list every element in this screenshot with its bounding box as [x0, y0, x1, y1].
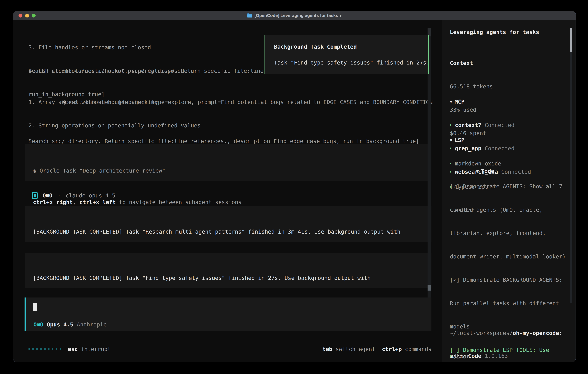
todo-item-done: curated agents (OmO, oracle,	[450, 206, 572, 214]
todo-item-done: [✓] Demonstrate AGENTS: Show all 7	[450, 183, 572, 190]
traffic-lights	[19, 14, 36, 18]
minimize-button[interactable]	[25, 14, 29, 18]
chevron-down-icon: ▼	[450, 138, 452, 143]
workspace-name: oh-my-opencode:	[513, 330, 562, 336]
chat-line: Search src/tools/, src/hooks/, src/featu…	[29, 67, 263, 75]
titlebar: [OpenCode] Leveraging agents for tasks ◐	[13, 11, 576, 20]
maximize-button[interactable]	[32, 14, 36, 18]
version-prefix: Open	[455, 353, 468, 359]
toast-title: Background Task Completed	[274, 43, 428, 51]
chat-pane[interactable]: 3. File handles or streams not closed 4.…	[13, 20, 433, 362]
shortcut-ctrl-x-right: ctrl+x right	[33, 199, 73, 205]
esc-key: esc	[68, 345, 78, 353]
ctrl-p-key: ctrl+p	[382, 345, 402, 353]
tab-label: switch agent	[336, 345, 375, 353]
folder-icon	[247, 13, 252, 18]
record-icon: ◉	[33, 167, 40, 174]
screen-background: { "window": { "title": "[OpenCode] Lever…	[0, 0, 588, 374]
hint-separator: ,	[73, 199, 79, 205]
todo-item-done: [✓] Demonstrate BACKGROUND AGENTS:	[450, 276, 572, 284]
agent-model: claude-opus-4-5	[66, 192, 115, 199]
chat-line: 1. Array access without bounds checking	[29, 98, 240, 106]
task-message-line: [BACKGROUND TASK COMPLETED] Task "Find t…	[33, 274, 431, 282]
app-window: [OpenCode] Leveraging agents for tasks ◐…	[13, 11, 576, 362]
version-row: OpenCode 1.0.163	[450, 337, 508, 362]
todo-item-done: librarian, explore, frontend,	[450, 229, 572, 237]
background-task-card: [BACKGROUND TASK COMPLETED] Task "Resear…	[25, 206, 431, 242]
lsp-heading: LSP	[455, 137, 465, 143]
notification-toast: Background Task Completed Task "Find typ…	[264, 35, 429, 74]
status-dot-icon	[450, 355, 452, 357]
chat-scrollbar-top-block	[428, 28, 431, 36]
esc-shortcut: esc interrupt	[68, 345, 111, 353]
version-brand: Code	[468, 353, 482, 359]
oracle-hint-line: ctrl+x right, ctrl+x left to navigate be…	[33, 198, 431, 206]
context-heading: Context	[450, 59, 493, 67]
todo-item-done: Run parallel tasks with different	[450, 300, 572, 307]
activity-dots	[29, 348, 61, 350]
agent-name: OmO	[42, 192, 52, 199]
commands-shortcut: ctrl+p commands	[382, 345, 431, 353]
todo-item-done: document-writer, multimodal-looker)	[450, 253, 572, 261]
input-model-name: Opus 4.5	[47, 321, 73, 328]
sidebar: Leveraging agents for tasks Context 66,5…	[441, 20, 576, 362]
chat-line: Search src/ directory. Return specific f…	[29, 137, 419, 145]
oracle-title-line: ◉ Oracle Task "Deep architecture review"	[33, 167, 431, 175]
toast-body: Task "Find type safety issues" finished …	[274, 59, 428, 67]
window-title-row: [OpenCode] Leveraging agents for tasks ◐	[13, 11, 576, 20]
agent-header: OmO · claude-opus-4-5	[32, 192, 115, 199]
workspace-path: ~/local-workspaces/	[450, 330, 513, 336]
oracle-title: Oracle Task "Deep architecture review"	[40, 167, 165, 174]
hint-text: to navigate between subagent sessions	[116, 199, 242, 205]
close-button[interactable]	[19, 14, 22, 18]
tab-shortcut: tab switch agent	[323, 345, 375, 353]
mcp-heading: MCP	[455, 98, 465, 105]
chat-line: 3. File handles or streams not closed	[29, 43, 184, 51]
oracle-task-box: ◉ Oracle Task "Deep architecture review"…	[25, 144, 431, 181]
lsp-heading-row[interactable]: ▼LSP	[450, 136, 501, 144]
window-content: 3. File handles or streams not closed 4.…	[13, 20, 576, 362]
chat-scrollbar-thumb[interactable]	[428, 285, 431, 291]
input-model-row: OmO Opus 4.5 Anthropic	[33, 321, 107, 328]
task-message-line: [BACKGROUND TASK COMPLETED] Task "Resear…	[33, 228, 431, 236]
status-bar: esc interrupt tab switch agent ctrl+p co…	[29, 345, 431, 353]
sidebar-scrollbar[interactable]	[570, 28, 572, 303]
input-agent-name: OmO	[33, 321, 43, 328]
text-cursor	[33, 303, 37, 311]
sidebar-scrollbar-thumb[interactable]	[570, 28, 572, 52]
chevron-down-icon: ▼	[450, 99, 452, 104]
shortcut-ctrl-x-left: ctrl+x left	[79, 199, 116, 205]
window-title: [OpenCode] Leveraging agents for tasks ◐	[254, 11, 342, 20]
session-title: Leveraging agents for tasks	[450, 28, 539, 36]
background-task-card: [BACKGROUND TASK COMPLETED] Task "Find t…	[25, 253, 431, 288]
version-number: 1.0.163	[481, 353, 508, 359]
input-accent-stripe	[25, 298, 26, 331]
esc-label: interrupt	[81, 345, 111, 353]
dot-separator: ·	[57, 192, 61, 199]
input-provider-name: Anthropic	[77, 321, 107, 328]
commands-label: commands	[405, 345, 431, 353]
prompt-input[interactable]: OmO Opus 4.5 Anthropic	[24, 298, 431, 331]
mcp-heading-row[interactable]: ▼MCP	[450, 98, 531, 106]
tab-key: tab	[323, 345, 333, 353]
agent-omo-icon	[32, 192, 38, 199]
